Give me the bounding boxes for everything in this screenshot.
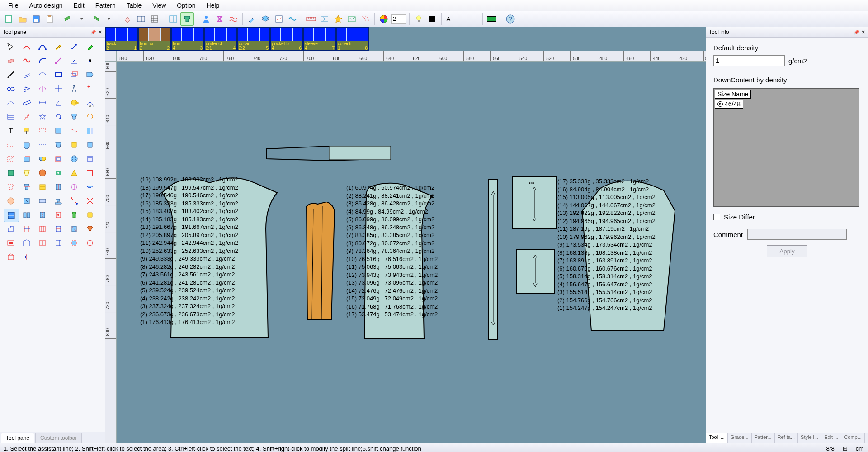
- cross-tool-icon[interactable]: [51, 82, 66, 95]
- r7c4-icon[interactable]: [51, 223, 66, 235]
- r7c1-icon[interactable]: [4, 223, 18, 235]
- brush-icon[interactable]: [245, 13, 258, 25]
- glasses-tool-icon[interactable]: [4, 82, 18, 95]
- mirror-tool-icon[interactable]: [35, 82, 50, 95]
- piece3-tool-icon[interactable]: [51, 138, 66, 151]
- table-icon[interactable]: [135, 13, 147, 25]
- right-tab-3[interactable]: Ref ta...: [775, 433, 798, 443]
- fan-tool-icon[interactable]: [83, 223, 97, 235]
- measure-icon[interactable]: [305, 13, 317, 25]
- stitch-tool-icon[interactable]: [35, 138, 50, 151]
- arc2-tool-icon[interactable]: [35, 68, 50, 81]
- eraser-icon[interactable]: [121, 13, 134, 25]
- grade-tool-icon[interactable]: [19, 110, 34, 123]
- comment-input[interactable]: [747, 229, 847, 240]
- star3-tool-icon[interactable]: [35, 110, 50, 123]
- open-icon[interactable]: [16, 13, 29, 25]
- r3c4-icon[interactable]: [51, 167, 66, 179]
- r8c5-icon[interactable]: [67, 237, 81, 249]
- film-icon[interactable]: [486, 13, 498, 25]
- r5c5-icon[interactable]: [67, 195, 81, 207]
- piece-thumb-collar[interactable]: collar2:25: [237, 27, 270, 51]
- dot-tool-icon[interactable]: [83, 54, 97, 67]
- undo-dropdown-icon[interactable]: [75, 13, 88, 25]
- rotate-tool-icon[interactable]: [51, 110, 66, 123]
- button-tool-icon[interactable]: [67, 152, 81, 165]
- r3c5-icon[interactable]: [67, 167, 81, 179]
- tab-tool-pane[interactable]: Tool pane: [1, 433, 34, 443]
- menu-view[interactable]: View: [147, 0, 171, 10]
- new-icon[interactable]: [3, 13, 15, 25]
- right-tab-4[interactable]: Style i...: [798, 433, 821, 443]
- text-tool-icon[interactable]: T: [4, 124, 18, 137]
- menu-table[interactable]: Table: [121, 0, 147, 10]
- undo-icon[interactable]: [62, 13, 75, 25]
- r8c2-icon[interactable]: [19, 237, 34, 249]
- close-icon[interactable]: ✕: [98, 29, 102, 35]
- split-tool-icon[interactable]: [4, 209, 19, 222]
- rect-tool-icon[interactable]: [51, 68, 66, 81]
- chart-icon[interactable]: [273, 13, 285, 25]
- marker-tool-icon[interactable]: [83, 40, 97, 53]
- r8c6-icon[interactable]: [83, 237, 97, 249]
- star-icon[interactable]: [332, 13, 344, 25]
- stripe-tool-icon[interactable]: [4, 110, 18, 123]
- segment-tool-icon[interactable]: [51, 54, 66, 67]
- piece-thumb-under-cl[interactable]: under cl2:14: [204, 27, 237, 51]
- arrow-tool-icon[interactable]: [4, 40, 18, 53]
- line-style-dropdown[interactable]: [453, 13, 466, 25]
- piece-thumb-front[interactable]: front43: [171, 27, 204, 51]
- redo-dropdown-icon[interactable]: [103, 13, 115, 25]
- pin-icon[interactable]: 📌: [854, 30, 859, 35]
- r3c3-icon[interactable]: [35, 167, 50, 179]
- piece-thumb-collecti[interactable]: collecti18: [336, 27, 369, 51]
- bezier-tool-icon[interactable]: [35, 40, 50, 53]
- r5c6-icon[interactable]: [83, 195, 97, 207]
- sewing-machine-icon[interactable]: [51, 195, 66, 207]
- piece-thumb-sleeve[interactable]: sleeve47: [303, 27, 336, 51]
- menu-autodesign[interactable]: Auto design: [24, 0, 68, 10]
- save-icon[interactable]: [30, 13, 42, 25]
- r7c3-icon[interactable]: [35, 223, 50, 235]
- right-tab-0[interactable]: Tool i...: [706, 433, 728, 443]
- r4c6-icon[interactable]: [83, 181, 97, 193]
- r8c4-icon[interactable]: [51, 237, 66, 249]
- ruler-diag-tool-icon[interactable]: [19, 96, 34, 109]
- offset-tool-icon[interactable]: [67, 68, 81, 81]
- box-tool-icon[interactable]: [51, 124, 66, 137]
- window-icon[interactable]: [167, 13, 179, 25]
- scissors-tool-icon[interactable]: [19, 82, 34, 95]
- grid-icon[interactable]: [148, 13, 161, 25]
- r6c6-icon[interactable]: [83, 209, 97, 221]
- parallel-tool-icon[interactable]: [19, 68, 34, 81]
- pocket-tool-icon[interactable]: [19, 138, 34, 151]
- curve-len-tool-icon[interactable]: cm: [83, 96, 97, 109]
- close-icon[interactable]: ✕: [861, 29, 865, 35]
- dashed1-icon[interactable]: [4, 138, 18, 151]
- redo-icon[interactable]: [89, 13, 102, 25]
- r4c3-icon[interactable]: [35, 181, 50, 193]
- r6c3-icon[interactable]: [35, 209, 50, 221]
- piece-thumb-front-si[interactable]: front si22: [138, 27, 171, 51]
- protractor-tool-icon[interactable]: [4, 96, 18, 109]
- wave-tool-icon[interactable]: [67, 124, 81, 137]
- dash-rect-tool-icon[interactable]: [35, 124, 50, 137]
- spline-tool-icon[interactable]: [19, 54, 34, 67]
- status-grid-icon[interactable]: ⊞: [843, 445, 848, 452]
- r2c6-icon[interactable]: [83, 152, 97, 165]
- r2c4-icon[interactable]: [51, 152, 66, 165]
- anglemeas-tool-icon[interactable]: [51, 96, 66, 109]
- curve-tool-icon[interactable]: [19, 40, 34, 53]
- r5c2-icon[interactable]: [19, 195, 34, 207]
- menu-file[interactable]: File: [3, 0, 24, 10]
- black-square-icon[interactable]: [426, 13, 439, 25]
- angle-tool-icon[interactable]: [67, 54, 81, 67]
- menu-option[interactable]: Option: [171, 0, 201, 10]
- menu-pattern[interactable]: Pattern: [90, 0, 121, 10]
- drawing-canvas[interactable]: ▪▫▪ (19) 108.992g , 108.992cm2 , 1g/cm2(…: [117, 62, 706, 443]
- eraser-tool-icon[interactable]: [4, 54, 18, 67]
- line-weight-dropdown[interactable]: [467, 13, 480, 25]
- layers-icon[interactable]: [259, 13, 272, 25]
- paint-tool-icon[interactable]: [19, 124, 34, 137]
- r4c2-icon[interactable]: [19, 181, 34, 193]
